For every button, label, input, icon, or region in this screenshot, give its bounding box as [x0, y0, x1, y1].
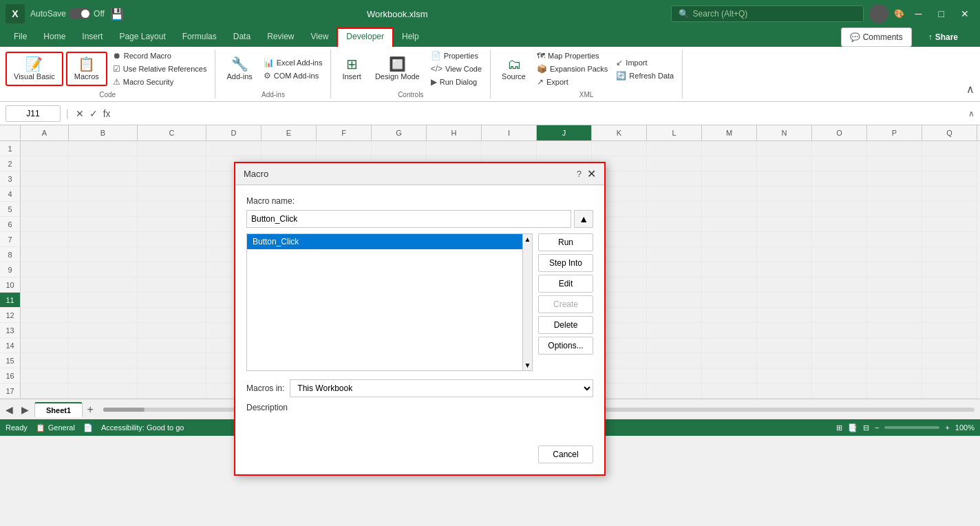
cell-o11[interactable] — [812, 293, 867, 308]
cell-o7[interactable] — [812, 232, 867, 247]
cell-b11[interactable] — [69, 293, 138, 308]
cell-o8[interactable] — [812, 247, 867, 262]
cell-q6[interactable] — [922, 217, 977, 232]
cell-b16[interactable] — [69, 368, 138, 383]
formula-expand-icon[interactable]: ∧ — [968, 109, 974, 118]
cell-a8[interactable] — [21, 247, 69, 262]
cell-b17[interactable] — [69, 383, 138, 399]
properties-button[interactable]: 📄 Properties — [428, 50, 484, 62]
dialog-help-button[interactable]: ? — [577, 169, 582, 179]
cell-q11[interactable] — [922, 293, 977, 308]
cell-n1[interactable] — [757, 141, 812, 156]
cell-n14[interactable] — [757, 338, 812, 353]
next-sheet-icon[interactable]: ▶ — [19, 403, 32, 417]
cell-b13[interactable] — [69, 323, 138, 338]
cell-p1[interactable] — [867, 141, 922, 156]
col-header-i[interactable]: I — [482, 125, 537, 140]
cell-a4[interactable] — [21, 187, 69, 202]
cell-n13[interactable] — [757, 323, 812, 338]
macro-name-input[interactable] — [246, 210, 571, 228]
design-mode-button[interactable]: 🔲 Design Mode — [370, 54, 425, 83]
cell-a10[interactable] — [21, 277, 69, 293]
excel-addins-button[interactable]: 📊 Excel Add-ins — [261, 56, 326, 69]
cell-n2[interactable] — [757, 156, 812, 171]
cell-b3[interactable] — [69, 171, 138, 187]
cell-c5[interactable] — [138, 202, 206, 217]
cell-b1[interactable] — [69, 141, 138, 156]
cell-m8[interactable] — [702, 247, 757, 262]
import-button[interactable]: ↙ Import — [613, 56, 677, 69]
cell-c17[interactable] — [138, 383, 206, 399]
cell-c13[interactable] — [138, 323, 206, 338]
cell-c12[interactable] — [138, 308, 206, 323]
col-header-b[interactable]: B — [69, 125, 138, 140]
tab-help[interactable]: Help — [394, 28, 427, 47]
autosave-toggle[interactable] — [69, 8, 91, 19]
cell-n16[interactable] — [757, 368, 812, 383]
cell-m12[interactable] — [702, 308, 757, 323]
cell-l13[interactable] — [647, 323, 702, 338]
cell-b10[interactable] — [69, 277, 138, 293]
cell-q12[interactable] — [922, 308, 977, 323]
cell-a15[interactable] — [21, 353, 69, 368]
cell-p17[interactable] — [867, 383, 922, 399]
cell-l1[interactable] — [647, 141, 702, 156]
cell-l14[interactable] — [647, 338, 702, 353]
cell-p9[interactable] — [867, 262, 922, 277]
cell-l11[interactable] — [647, 293, 702, 308]
cell-b15[interactable] — [69, 353, 138, 368]
cell-n7[interactable] — [757, 232, 812, 247]
col-header-m[interactable]: M — [702, 125, 757, 140]
cell-b4[interactable] — [69, 187, 138, 202]
cell-p14[interactable] — [867, 338, 922, 353]
cell-o2[interactable] — [812, 156, 867, 171]
col-header-e[interactable]: E — [262, 125, 317, 140]
cell-p7[interactable] — [867, 232, 922, 247]
cell-l7[interactable] — [647, 232, 702, 247]
cell-o15[interactable] — [812, 353, 867, 368]
delete-button[interactable]: Delete — [538, 316, 593, 334]
cell-q15[interactable] — [922, 353, 977, 368]
cell-a11[interactable] — [21, 293, 69, 308]
cell-p15[interactable] — [867, 353, 922, 368]
cell-c8[interactable] — [138, 247, 206, 262]
cell-c16[interactable] — [138, 368, 206, 383]
col-header-h[interactable]: H — [427, 125, 482, 140]
cell-p12[interactable] — [867, 308, 922, 323]
cell-m15[interactable] — [702, 353, 757, 368]
col-header-j[interactable]: J — [537, 125, 592, 140]
comments-button[interactable]: 💬 Comments — [841, 28, 912, 47]
tab-page-layout[interactable]: Page Layout — [111, 28, 173, 47]
cell-b7[interactable] — [69, 232, 138, 247]
cancel-formula-icon[interactable]: ✕ — [74, 107, 85, 120]
cell-m9[interactable] — [702, 262, 757, 277]
cell-l4[interactable] — [647, 187, 702, 202]
cell-c3[interactable] — [138, 171, 206, 187]
cell-a1[interactable] — [21, 141, 69, 156]
cell-q13[interactable] — [922, 323, 977, 338]
cell-p8[interactable] — [867, 247, 922, 262]
col-header-f[interactable]: F — [317, 125, 372, 140]
cell-q4[interactable] — [922, 187, 977, 202]
cell-q3[interactable] — [922, 171, 977, 187]
cell-o3[interactable] — [812, 171, 867, 187]
export-button[interactable]: ↗ Export — [534, 76, 610, 88]
cell-l2[interactable] — [647, 156, 702, 171]
cell-p5[interactable] — [867, 202, 922, 217]
cell-m4[interactable] — [702, 187, 757, 202]
cell-b12[interactable] — [69, 308, 138, 323]
zoom-plus-icon[interactable]: + — [945, 423, 949, 432]
cell-l3[interactable] — [647, 171, 702, 187]
cell-l5[interactable] — [647, 202, 702, 217]
cell-a7[interactable] — [21, 232, 69, 247]
cell-n3[interactable] — [757, 171, 812, 187]
tab-view[interactable]: View — [303, 28, 337, 47]
source-button[interactable]: 🗂 Source — [496, 54, 531, 83]
cell-n9[interactable] — [757, 262, 812, 277]
cell-n12[interactable] — [757, 308, 812, 323]
cell-q14[interactable] — [922, 338, 977, 353]
close-button[interactable]: ✕ — [955, 7, 974, 21]
cell-q5[interactable] — [922, 202, 977, 217]
save-icon[interactable]: 💾 — [110, 8, 124, 21]
cell-n15[interactable] — [757, 353, 812, 368]
